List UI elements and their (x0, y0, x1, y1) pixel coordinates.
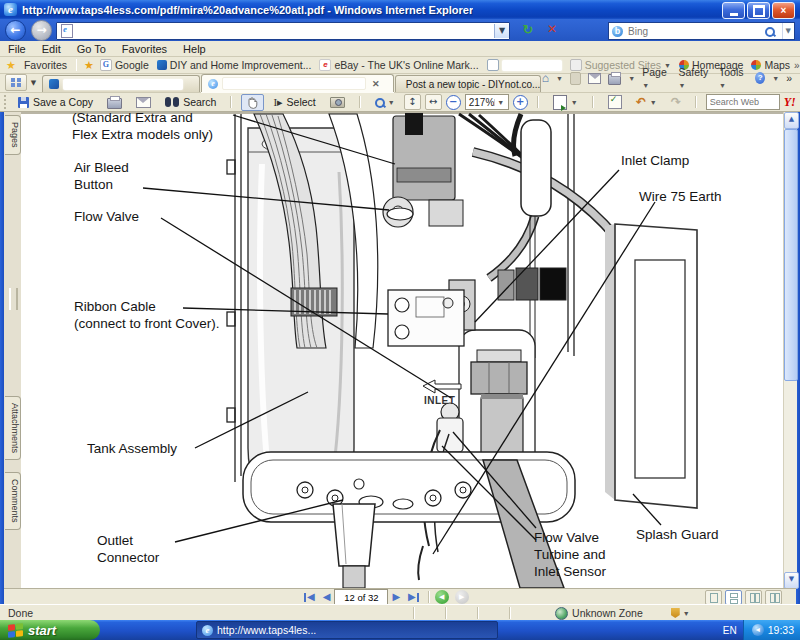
next-view-button[interactable]: ▶ (455, 590, 469, 604)
mail-icon[interactable] (588, 73, 601, 84)
favorites-link-diy[interactable]: DIY and Home Improvement... (153, 59, 316, 71)
feeds-icon[interactable] (570, 72, 581, 85)
label-flow-valve-turbine: Flow Valve Turbine and Inlet Sensor (534, 529, 606, 580)
email-icon (136, 97, 151, 108)
zone-dropdown-icon: ▼ (683, 610, 690, 617)
favorites-star-icon: ★ (6, 59, 16, 72)
forward-button[interactable]: → (31, 20, 52, 41)
scrollbar-thumb[interactable] (784, 129, 798, 381)
previous-view-button[interactable]: ◀ (435, 590, 449, 604)
quick-tabs-button[interactable] (5, 74, 27, 91)
first-page-button[interactable]: ◀ (300, 591, 319, 603)
magnifier-icon (375, 98, 384, 107)
refresh-button[interactable]: ↻ (520, 22, 536, 38)
sidebar-tab-attachments[interactable]: Attachments (5, 396, 21, 460)
page-menu-button[interactable]: Page ▼ (642, 66, 671, 90)
protected-mode-button[interactable]: ▼ (671, 608, 690, 618)
minimize-button[interactable] (722, 2, 745, 19)
inlet-label: INLET (424, 395, 455, 406)
single-page-layout-button[interactable] (705, 590, 722, 605)
start-button[interactable]: start (0, 620, 100, 640)
zoom-out-button[interactable]: − (446, 95, 461, 110)
address-field[interactable]: ▼ (56, 22, 510, 40)
pdf-scrollbar[interactable]: ▲ ▼ (783, 112, 797, 588)
undo-button[interactable]: ↶▼ (631, 94, 662, 110)
favorites-link-ebay[interactable]: e eBay - The UK's Online Mark... (315, 59, 482, 71)
menu-goto[interactable]: Go To (69, 42, 114, 56)
maximize-button[interactable] (747, 2, 770, 19)
search-input[interactable] (626, 25, 765, 38)
address-bar-row: ← → ▼ ↻ ✕ b ▼ (0, 19, 800, 41)
scroll-up-icon[interactable]: ▲ (784, 112, 799, 129)
print-document-button[interactable] (102, 94, 127, 111)
help-icon[interactable]: ? (755, 72, 765, 84)
address-input[interactable] (77, 23, 494, 39)
redo-button[interactable]: ↷ (666, 94, 686, 110)
save-a-copy-button[interactable]: Save a Copy (13, 94, 98, 110)
tab-list-dropdown-icon[interactable]: ▼ (28, 76, 39, 91)
title-bar: e http://www.taps4less.com/pdf/mira%20ad… (0, 0, 800, 19)
facing-layout-button[interactable] (745, 590, 762, 605)
sidebar-splitter[interactable] (9, 288, 18, 310)
hand-tool-button[interactable] (241, 94, 264, 111)
print-icon[interactable] (608, 74, 621, 85)
page-display-icon (553, 95, 567, 110)
continuous-layout-button[interactable] (725, 590, 742, 605)
hand-icon (246, 96, 259, 109)
tab-2-active[interactable]: e ✕ (201, 74, 394, 92)
favorites-button[interactable]: Favorites (20, 59, 71, 71)
sign-button[interactable] (603, 93, 627, 111)
safety-menu-button[interactable]: Safety ▼ (678, 66, 712, 90)
stop-button[interactable]: ✕ (544, 22, 560, 38)
command-overflow-chevron-icon[interactable]: » (786, 72, 792, 84)
sidebar-tab-pages[interactable]: Pages (5, 115, 21, 155)
add-favorite-icon[interactable]: ★ (84, 59, 94, 72)
zoom-in-button[interactable]: + (513, 95, 528, 110)
search-box[interactable]: b ▼ (608, 22, 795, 40)
close-button[interactable]: × (772, 2, 795, 19)
previous-page-button[interactable]: ◀ (319, 591, 335, 603)
search-dropdown-icon[interactable]: ▼ (782, 23, 794, 39)
zoom-dropdown-icon[interactable]: ▼ (494, 99, 507, 106)
favorites-link-google[interactable]: G Google (96, 59, 153, 71)
search-web-box[interactable] (706, 94, 780, 110)
page-indicator-input[interactable] (334, 589, 388, 605)
tab-3[interactable]: Post a new topic - DIYnot.co... (395, 75, 541, 92)
language-indicator[interactable]: EN (723, 625, 737, 636)
taskbar-item-ie[interactable]: e http://www.taps4les... (196, 621, 498, 639)
two-up-layout-button[interactable] (765, 590, 782, 605)
back-button[interactable]: ← (5, 20, 26, 41)
menu-help[interactable]: Help (175, 42, 214, 56)
yahoo-icon[interactable]: Y! (784, 95, 796, 110)
search-document-button[interactable]: Search (160, 94, 221, 110)
menu-edit[interactable]: Edit (34, 42, 69, 56)
address-dropdown-icon[interactable]: ▼ (494, 24, 509, 38)
taskbar: start e http://www.taps4les... EN ◂ 19:3… (0, 620, 800, 640)
connector-blocks (498, 268, 566, 300)
sidebar-tab-comments[interactable]: Comments (5, 472, 21, 530)
tools-menu-button[interactable]: Tools ▼ (719, 66, 748, 90)
scroll-down-icon[interactable]: ▼ (784, 572, 799, 589)
search-web-input[interactable] (707, 96, 779, 108)
home-icon[interactable]: ⌂ (542, 71, 549, 85)
last-page-button[interactable]: ▶ (404, 591, 423, 603)
tray-icon[interactable]: ◂ (752, 624, 764, 636)
tab-1[interactable] (42, 75, 200, 92)
select-tool-button[interactable]: I▸ Select (268, 94, 320, 111)
bing-icon: b (612, 26, 623, 37)
next-page-button[interactable]: ▶ (388, 591, 404, 603)
tab-close-icon[interactable]: ✕ (372, 79, 380, 89)
snapshot-tool-button[interactable] (325, 95, 350, 110)
windows-flag-icon (8, 623, 23, 638)
email-button[interactable] (131, 95, 156, 110)
fit-height-button[interactable]: ↕ (404, 94, 421, 110)
zoom-level-box[interactable]: 217% ▼ (465, 94, 509, 110)
fit-width-button[interactable]: ↔ (425, 94, 442, 110)
zoom-tool-button[interactable]: ▼ (370, 96, 400, 109)
menu-favorites[interactable]: Favorites (114, 42, 175, 56)
menu-file[interactable]: File (0, 42, 34, 56)
page-display-button[interactable]: ▼ (548, 93, 583, 112)
window-title: http://www.taps4less.com/pdf/mira%20adva… (22, 4, 473, 16)
ibeam-cursor-icon: I▸ (273, 96, 282, 109)
search-icon[interactable] (765, 27, 774, 36)
